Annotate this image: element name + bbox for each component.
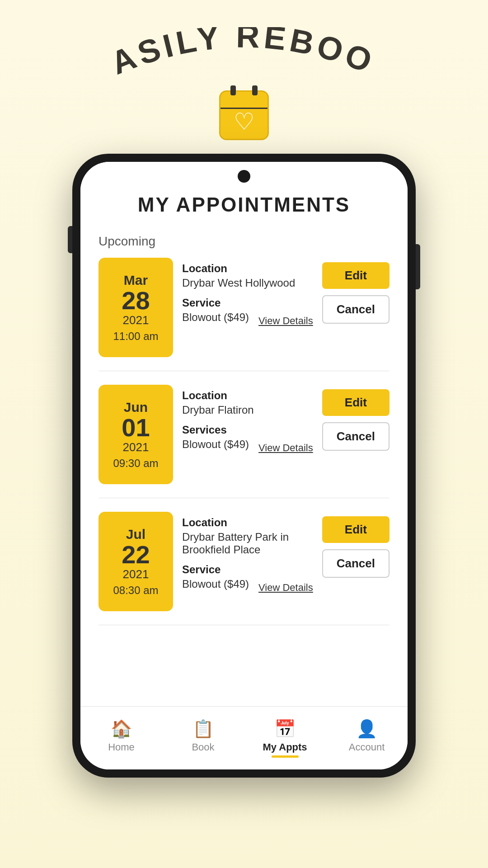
date-box-1: Mar 28 2021 11:00 am <box>99 258 173 357</box>
date-day-2: 01 <box>122 415 150 440</box>
nav-book-label: Book <box>192 741 214 753</box>
date-time-1: 11:00 am <box>113 330 158 343</box>
appointment-card-3: Jul 22 2021 08:30 am Location Drybar Bat… <box>99 512 389 625</box>
page-title: MY APPOINTMENTS <box>99 193 389 216</box>
view-details-link-1[interactable]: View Details <box>258 315 313 327</box>
phone-mockup: MY APPOINTMENTS Upcoming Mar 28 2021 11:… <box>72 154 416 778</box>
card-details-1: Location Drybar West Hollywood Service B… <box>173 258 322 357</box>
view-details-link-3[interactable]: View Details <box>258 582 313 594</box>
date-day-1: 28 <box>122 288 150 313</box>
account-icon: 👤 <box>356 719 377 739</box>
calendar-heart-icon: ♡ <box>219 90 269 140</box>
appointment-card-2: Jun 01 2021 09:30 am Location Drybar Fla… <box>99 385 389 498</box>
front-camera <box>238 170 250 183</box>
cancel-button-2[interactable]: Cancel <box>322 422 389 451</box>
svg-text:EASILY REBOOK: EASILY REBOOK <box>86 27 380 81</box>
heart-symbol: ♡ <box>234 108 255 135</box>
location-label-2: Location <box>182 389 313 402</box>
appts-icon: 📅 <box>274 719 296 739</box>
hero-title-svg: EASILY REBOOK <box>86 27 402 86</box>
date-month-1: Mar <box>124 273 148 288</box>
location-label-1: Location <box>182 262 313 275</box>
date-month-2: Jun <box>124 400 148 415</box>
bottom-nav: 🏠 Home 📋 Book 📅 My Appts 👤 Account <box>80 706 408 769</box>
date-box-2: Jun 01 2021 09:30 am <box>99 385 173 484</box>
service-label-3: Service <box>182 563 313 576</box>
home-icon: 🏠 <box>111 719 132 739</box>
edit-button-1[interactable]: Edit <box>322 262 389 289</box>
date-year-1: 2021 <box>123 313 149 327</box>
date-time-2: 09:30 am <box>113 457 158 470</box>
nav-book[interactable]: 📋 Book <box>162 719 244 753</box>
service-value-3: Blowout ($49) <box>182 578 249 590</box>
location-label-3: Location <box>182 516 313 529</box>
date-month-3: Jul <box>126 527 145 542</box>
service-value-2: Blowout ($49) <box>182 438 249 451</box>
nav-home-label: Home <box>108 741 135 753</box>
service-value-1: Blowout ($49) <box>182 311 249 324</box>
card-actions-1: Edit Cancel <box>322 258 389 357</box>
screen-content: MY APPOINTMENTS Upcoming Mar 28 2021 11:… <box>80 162 408 706</box>
location-value-2: Drybar Flatiron <box>182 404 313 416</box>
cancel-button-3[interactable]: Cancel <box>322 549 389 578</box>
nav-account[interactable]: 👤 Account <box>326 719 408 753</box>
edit-button-3[interactable]: Edit <box>322 516 389 543</box>
top-section: EASILY REBOOK ♡ <box>0 0 488 140</box>
nav-appts-label: My Appts <box>263 741 307 753</box>
phone-screen: MY APPOINTMENTS Upcoming Mar 28 2021 11:… <box>80 162 408 769</box>
date-day-3: 22 <box>122 542 150 567</box>
cancel-button-1[interactable]: Cancel <box>322 295 389 324</box>
date-year-2: 2021 <box>123 440 149 454</box>
date-year-3: 2021 <box>123 567 149 581</box>
nav-home[interactable]: 🏠 Home <box>80 719 162 753</box>
appointment-card: Mar 28 2021 11:00 am Location Drybar Wes… <box>99 258 389 371</box>
edit-button-2[interactable]: Edit <box>322 389 389 416</box>
section-upcoming: Upcoming <box>99 234 389 249</box>
date-box-3: Jul 22 2021 08:30 am <box>99 512 173 611</box>
location-value-3: Drybar Battery Park in Brookfield Place <box>182 531 313 556</box>
card-actions-3: Edit Cancel <box>322 512 389 611</box>
date-time-3: 08:30 am <box>113 584 158 597</box>
book-icon: 📋 <box>192 719 214 739</box>
location-value-1: Drybar West Hollywood <box>182 277 313 289</box>
view-details-link-2[interactable]: View Details <box>258 442 313 454</box>
nav-account-label: Account <box>349 741 385 753</box>
nav-my-appts[interactable]: 📅 My Appts <box>244 719 326 753</box>
service-label-1: Service <box>182 297 313 309</box>
card-details-2: Location Drybar Flatiron Services Blowou… <box>173 385 322 484</box>
card-actions-2: Edit Cancel <box>322 385 389 484</box>
card-details-3: Location Drybar Battery Park in Brookfie… <box>173 512 322 611</box>
service-label-2: Services <box>182 424 313 436</box>
